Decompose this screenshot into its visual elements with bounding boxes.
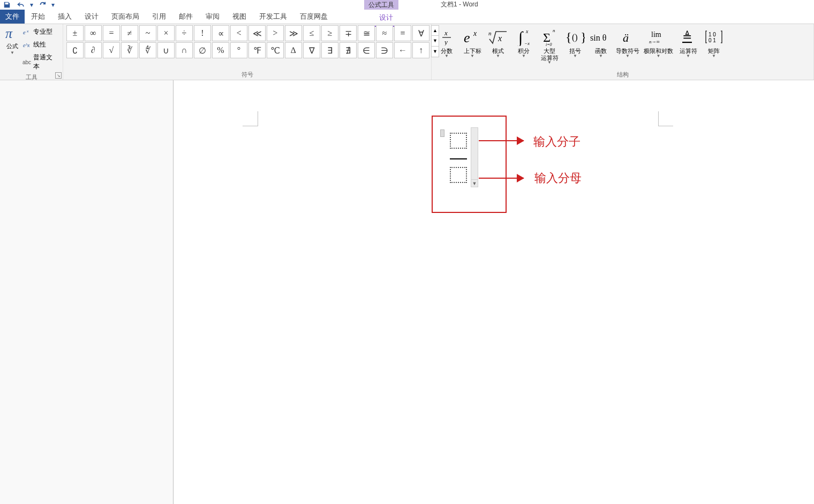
- symbol-cell[interactable]: ≠: [121, 25, 138, 41]
- symbol-cell[interactable]: °: [230, 42, 247, 58]
- equation-move-handle-icon[interactable]: [440, 129, 444, 137]
- symbol-cell[interactable]: ~: [139, 25, 156, 41]
- tab-review[interactable]: 审阅: [199, 10, 226, 24]
- tab-layout[interactable]: 页面布局: [105, 10, 146, 24]
- fraction-numerator-placeholder[interactable]: [450, 133, 467, 149]
- symbol-cell[interactable]: ∆: [285, 42, 302, 58]
- professional-icon: eˣ: [22, 28, 31, 36]
- qat-customize-icon[interactable]: ▾: [50, 1, 56, 9]
- svg-text:e: e: [464, 30, 470, 45]
- structure-large_op-button[interactable]: Σni=0大型 运算符▼: [538, 26, 561, 66]
- symbol-cell[interactable]: ∓: [340, 25, 357, 41]
- chevron-down-icon: ▼: [496, 55, 500, 58]
- symbol-cell[interactable]: <: [230, 25, 247, 41]
- undo-icon[interactable]: [15, 1, 27, 9]
- tab-view[interactable]: 视图: [226, 10, 253, 24]
- svg-text:n: n: [488, 30, 492, 36]
- symbol-cell[interactable]: ∝: [212, 25, 229, 41]
- equation-button[interactable]: π 公式 ▼: [3, 25, 21, 72]
- context-tab-equation-tools: 公式工具: [364, 0, 398, 10]
- structure-integral-button[interactable]: ∫x−x积分▼: [512, 26, 536, 66]
- undo-dropdown-icon[interactable]: ▾: [29, 1, 34, 9]
- save-icon[interactable]: [1, 1, 13, 9]
- symbol-cell[interactable]: ±: [66, 25, 84, 41]
- svg-text:e^x: e^x: [23, 42, 30, 48]
- symbol-cell[interactable]: ∞: [85, 25, 102, 41]
- page-canvas[interactable]: ▼ 输入分子 输入分母: [174, 80, 814, 504]
- structure-bracket-button[interactable]: {()}括号▼: [563, 26, 587, 66]
- function-icon: sin θ: [590, 27, 612, 47]
- structure-fraction-button[interactable]: xy分数▼: [435, 26, 458, 66]
- symbol-cell[interactable]: ℉: [248, 42, 266, 58]
- symbol-cell[interactable]: ∀: [412, 25, 429, 41]
- structure-radical-button[interactable]: nx根式▼: [486, 26, 510, 66]
- linear-format-button[interactable]: e^x 线性: [21, 39, 59, 50]
- symbol-cell[interactable]: ∩: [176, 42, 193, 58]
- structure-operator-button[interactable]: ≜运算符▼: [676, 26, 700, 66]
- symbol-cell[interactable]: %: [212, 42, 229, 58]
- linear-label: 线性: [33, 40, 46, 49]
- symbol-cell[interactable]: ∇: [303, 42, 320, 58]
- professional-format-button[interactable]: eˣ 专业型: [21, 26, 59, 37]
- symbol-cell[interactable]: √: [103, 42, 120, 58]
- symbol-cell[interactable]: ≈: [376, 25, 393, 41]
- tab-mailings[interactable]: 邮件: [172, 10, 199, 24]
- symbol-cell[interactable]: ∂: [85, 42, 102, 58]
- symbol-cell[interactable]: ∄: [340, 42, 357, 58]
- structure-accent-button[interactable]: ä导数符号▼: [615, 26, 640, 66]
- symbol-cell[interactable]: >: [267, 25, 284, 41]
- tab-home[interactable]: 开始: [25, 10, 51, 24]
- svg-text:n: n: [553, 28, 555, 33]
- symbol-cell[interactable]: ≫: [285, 25, 302, 41]
- symbol-cell[interactable]: ∜: [139, 42, 156, 58]
- structure-script-button[interactable]: ex上下标▼: [461, 26, 484, 66]
- tools-dialog-launcher-icon[interactable]: ↘: [55, 72, 62, 79]
- structure-matrix-button[interactable]: 1 00 1矩阵▼: [702, 26, 726, 66]
- svg-text:{: {: [566, 30, 572, 44]
- symbol-cell[interactable]: ℃: [267, 42, 284, 58]
- symbol-cell[interactable]: ∋: [376, 42, 393, 58]
- symbol-cell[interactable]: ≥: [321, 25, 338, 41]
- redo-icon[interactable]: [36, 1, 48, 9]
- normal-text-button[interactable]: abc 普通文本: [21, 52, 59, 72]
- chevron-down-icon: ▼: [625, 55, 630, 58]
- symbol-cell[interactable]: ÷: [176, 25, 193, 41]
- tab-insert[interactable]: 插入: [51, 10, 78, 24]
- symbol-cell[interactable]: ∁: [66, 42, 84, 58]
- svg-text:i=0: i=0: [546, 42, 552, 46]
- tab-baidu-drive[interactable]: 百度网盘: [293, 10, 334, 24]
- symbol-cell[interactable]: ≤: [303, 25, 320, 41]
- chevron-down-icon: ▼: [599, 55, 603, 58]
- symbol-cell[interactable]: ∅: [194, 42, 211, 58]
- professional-label: 专业型: [33, 27, 52, 36]
- limit_log-icon: limn→∞: [648, 27, 669, 47]
- symbol-cell[interactable]: ≪: [248, 25, 266, 41]
- tab-references[interactable]: 引用: [146, 10, 172, 24]
- equation-options-dropdown[interactable]: ▼: [471, 127, 478, 187]
- fraction-denominator-placeholder[interactable]: [450, 167, 467, 183]
- tab-file[interactable]: 文件: [0, 10, 25, 24]
- symbol-cell[interactable]: ≅: [358, 25, 375, 41]
- symbol-cell[interactable]: ∃: [321, 42, 338, 58]
- svg-text:x: x: [525, 28, 529, 34]
- symbol-cell[interactable]: =: [103, 25, 120, 41]
- symbol-cell[interactable]: !: [194, 25, 211, 41]
- symbol-cell[interactable]: ∈: [358, 42, 375, 58]
- symbol-cell[interactable]: ←: [394, 42, 411, 58]
- symbol-cell[interactable]: ∪: [157, 42, 175, 58]
- symbol-cell[interactable]: ↑: [412, 42, 429, 58]
- tab-design[interactable]: 设计: [78, 10, 105, 24]
- symbol-cell[interactable]: ≡: [394, 25, 411, 41]
- margin-corner-mark: [243, 126, 258, 126]
- arrow-denominator-icon: [479, 178, 524, 179]
- chevron-down-icon[interactable]: ▼: [471, 179, 478, 187]
- symbol-cell[interactable]: ×: [157, 25, 175, 41]
- structure-label: 大型 运算符: [541, 48, 559, 61]
- svg-text:∫: ∫: [517, 28, 524, 46]
- structure-function-button[interactable]: sin θ函数▼: [589, 26, 613, 66]
- structure-limit_log-button[interactable]: limn→∞极限和对数▼: [643, 26, 674, 66]
- svg-text:ä: ä: [623, 31, 629, 44]
- chevron-down-icon: ▼: [657, 55, 661, 58]
- symbol-cell[interactable]: ∛: [121, 42, 138, 58]
- tab-developer[interactable]: 开发工具: [253, 10, 293, 24]
